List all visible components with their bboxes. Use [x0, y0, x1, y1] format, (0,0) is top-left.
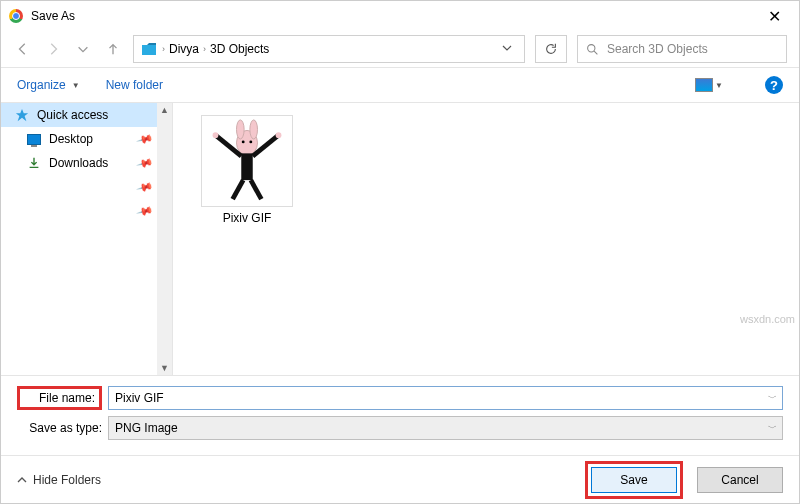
- cancel-label: Cancel: [721, 473, 758, 487]
- save-label: Save: [620, 473, 647, 487]
- star-icon: [15, 108, 29, 122]
- sidebar-item-empty[interactable]: 📌: [1, 199, 172, 223]
- hide-folders-label: Hide Folders: [33, 473, 101, 487]
- svg-point-11: [276, 132, 282, 138]
- file-name-label: File name:: [17, 386, 102, 410]
- watermark: wsxdn.com: [740, 313, 795, 325]
- chevron-down-icon: [76, 42, 90, 56]
- folder-3d-icon: [140, 40, 158, 58]
- breadcrumb-seg-2[interactable]: 3D Objects: [210, 42, 269, 56]
- chevron-up-icon: [17, 475, 27, 485]
- up-button[interactable]: [103, 39, 123, 59]
- sidebar-scrollbar[interactable]: ▲ ▼: [157, 103, 172, 375]
- downloads-icon: [27, 156, 41, 170]
- file-name-input[interactable]: [108, 386, 783, 410]
- crumb-sep-icon: ›: [203, 44, 206, 54]
- save-type-select[interactable]: [108, 416, 783, 440]
- breadcrumb-seg-1[interactable]: Divya: [169, 42, 199, 56]
- sidebar-item-desktop[interactable]: Desktop 📌: [1, 127, 172, 151]
- organize-button[interactable]: Organize ▼: [17, 78, 80, 92]
- search-box[interactable]: [577, 35, 787, 63]
- cancel-button[interactable]: Cancel: [697, 467, 783, 493]
- sidebar-item-empty[interactable]: 📌: [1, 175, 172, 199]
- svg-point-6: [250, 120, 258, 139]
- file-label: Pixiv GIF: [223, 211, 272, 225]
- refresh-icon: [544, 42, 558, 56]
- dropdown-icon: ▼: [72, 81, 80, 90]
- sidebar-item-downloads[interactable]: Downloads 📌: [1, 151, 172, 175]
- svg-point-2: [588, 44, 595, 51]
- svg-marker-1: [142, 43, 156, 45]
- save-fields: File name: ﹀ Save as type: ﹀: [1, 375, 799, 452]
- sidebar-item-label: Quick access: [37, 108, 108, 122]
- nav-row: › Divya › 3D Objects: [1, 31, 799, 67]
- file-item[interactable]: Pixiv GIF: [197, 115, 297, 225]
- toolbar: Organize ▼ New folder ▼ ?: [1, 67, 799, 103]
- breadcrumb-dropdown-icon[interactable]: [496, 42, 518, 56]
- sidebar-item-quick-access[interactable]: Quick access: [1, 103, 172, 127]
- desktop-icon: [27, 134, 41, 145]
- view-button[interactable]: ▼: [695, 78, 723, 92]
- scroll-down-icon[interactable]: ▼: [160, 363, 169, 373]
- refresh-button[interactable]: [535, 35, 567, 63]
- crumb-sep-icon: ›: [162, 44, 165, 54]
- back-icon: [16, 42, 30, 56]
- save-button[interactable]: Save: [591, 467, 677, 493]
- close-icon[interactable]: ✕: [758, 3, 791, 30]
- pin-icon: 📌: [136, 130, 155, 148]
- chrome-icon: [9, 9, 23, 23]
- dropdown-icon: ▼: [715, 81, 723, 90]
- hide-folders-button[interactable]: Hide Folders: [17, 473, 101, 487]
- view-icon: [695, 78, 713, 92]
- main-area: Quick access Desktop 📌 Downloads 📌 📌 📌 ▲…: [1, 103, 799, 375]
- organize-label: Organize: [17, 78, 66, 92]
- svg-marker-3: [16, 109, 28, 121]
- svg-point-7: [242, 140, 245, 143]
- pin-icon: 📌: [136, 202, 155, 220]
- pin-icon: 📌: [136, 178, 155, 196]
- back-button[interactable]: [13, 39, 33, 59]
- scroll-up-icon[interactable]: ▲: [160, 105, 169, 115]
- help-icon[interactable]: ?: [765, 76, 783, 94]
- file-thumbnail: [201, 115, 293, 207]
- search-icon: [586, 43, 599, 56]
- file-content-area[interactable]: Pixiv GIF: [173, 103, 799, 375]
- svg-rect-9: [241, 153, 252, 180]
- pin-icon: 📌: [136, 154, 155, 172]
- svg-point-10: [213, 132, 219, 138]
- footer: Hide Folders Save Cancel: [1, 455, 799, 503]
- save-highlight: Save: [585, 461, 683, 499]
- svg-point-5: [236, 120, 244, 139]
- recent-button[interactable]: [73, 39, 93, 59]
- title-bar: Save As ✕: [1, 1, 799, 31]
- up-icon: [106, 42, 120, 56]
- sidebar-item-label: Desktop: [49, 132, 93, 146]
- sidebar-item-label: Downloads: [49, 156, 108, 170]
- forward-button[interactable]: [43, 39, 63, 59]
- breadcrumb[interactable]: › Divya › 3D Objects: [133, 35, 525, 63]
- new-folder-button[interactable]: New folder: [106, 78, 163, 92]
- search-input[interactable]: [607, 42, 778, 56]
- forward-icon: [46, 42, 60, 56]
- svg-point-8: [249, 140, 252, 143]
- window-title: Save As: [31, 9, 75, 23]
- sidebar: Quick access Desktop 📌 Downloads 📌 📌 📌 ▲…: [1, 103, 173, 375]
- svg-rect-0: [142, 45, 156, 55]
- save-type-label: Save as type:: [17, 421, 102, 435]
